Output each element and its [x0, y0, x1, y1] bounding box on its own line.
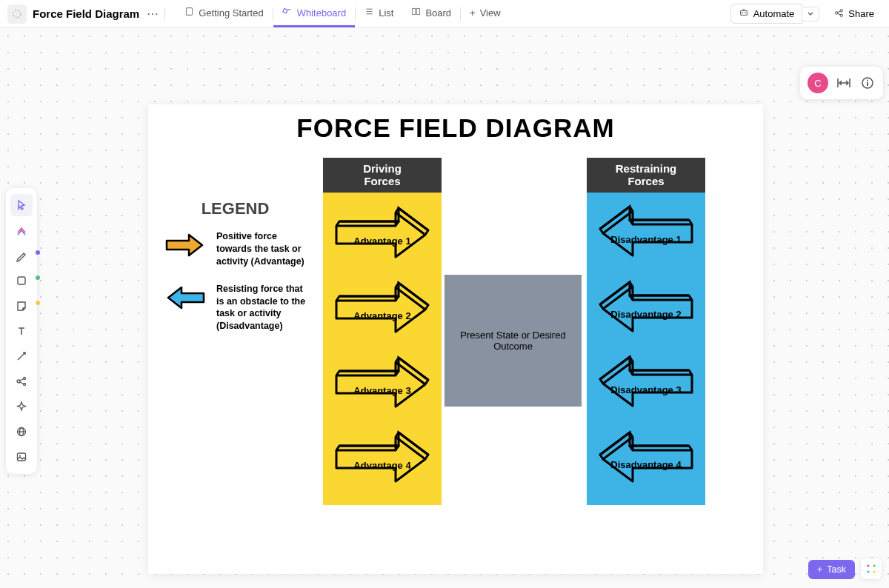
tab-add-view[interactable]: + View	[461, 0, 510, 27]
plus-icon: +	[470, 7, 476, 19]
svg-point-30	[868, 565, 870, 567]
task-button[interactable]: + Task	[808, 560, 855, 579]
more-icon[interactable]: ⋯	[147, 7, 159, 21]
connector-tool[interactable]	[10, 345, 33, 367]
web-tool[interactable]	[10, 421, 33, 443]
collab-panel: C	[800, 67, 883, 99]
note-tool[interactable]	[10, 295, 33, 317]
svg-point-31	[873, 565, 876, 567]
svg-rect-7	[740, 10, 747, 15]
disadvantage-item[interactable]: Disadvantage 2	[591, 278, 701, 344]
svg-rect-25	[18, 453, 26, 461]
tool-indicator-dot	[36, 275, 40, 280]
sparkle-tool[interactable]	[10, 395, 33, 418]
list-tab-icon	[364, 7, 374, 19]
doc-tab-icon	[184, 7, 194, 19]
svg-rect-6	[417, 8, 420, 14]
restraining-column: Restraining Forces Disadvantage 1 Disadv…	[587, 158, 705, 505]
ai-tool[interactable]	[10, 219, 33, 241]
advantage-item[interactable]: Advantage 3	[327, 353, 437, 420]
pen-tool[interactable]	[10, 244, 33, 267]
svg-point-13	[840, 14, 842, 16]
advantage-item[interactable]: Advantage 1	[327, 204, 437, 270]
svg-point-33	[873, 571, 876, 573]
info-icon[interactable]	[859, 75, 876, 91]
board-tab-icon	[411, 7, 421, 19]
legend: LEGEND Positive force towards the task o…	[163, 199, 307, 347]
svg-point-28	[867, 80, 868, 81]
left-toolbar	[6, 188, 37, 474]
svg-rect-1	[187, 8, 193, 16]
svg-point-17	[17, 380, 20, 383]
tab-list[interactable]: List	[356, 0, 402, 27]
image-tool[interactable]	[10, 446, 33, 468]
pointer-tool[interactable]	[10, 194, 33, 216]
robot-icon	[739, 7, 749, 20]
tool-indicator-dot	[36, 301, 40, 305]
svg-rect-5	[413, 8, 416, 14]
svg-line-15	[838, 13, 840, 15]
tool-indicator-dot	[36, 250, 40, 255]
advantage-item[interactable]: Advantage 2	[327, 278, 437, 345]
tab-getting-started[interactable]: Getting Started	[176, 0, 272, 27]
automate-button[interactable]: Automate	[730, 4, 803, 24]
svg-line-21	[20, 382, 24, 384]
apps-button[interactable]	[861, 558, 882, 579]
driving-header: Driving Forces	[323, 158, 442, 193]
svg-point-11	[836, 11, 838, 13]
svg-point-18	[24, 378, 26, 380]
svg-point-8	[742, 13, 743, 14]
svg-line-14	[838, 11, 840, 13]
advantage-item[interactable]: Advantage 4	[327, 428, 437, 495]
tab-board[interactable]: Board	[402, 0, 460, 27]
diagram-title: FORCE FIELD DIAGRAM	[148, 104, 763, 143]
legend-arrow-left-icon	[163, 283, 207, 313]
doc-title[interactable]: Force Field Diagram	[33, 7, 139, 20]
doc-icon[interactable]	[7, 4, 27, 24]
svg-point-12	[840, 9, 842, 11]
legend-title: LEGEND	[163, 199, 307, 218]
legend-arrow-right-icon	[163, 230, 207, 260]
mindmap-tool[interactable]	[10, 370, 33, 392]
automate-dropdown[interactable]	[802, 7, 819, 21]
shape-tool[interactable]	[10, 270, 33, 292]
fit-width-icon[interactable]	[836, 75, 852, 91]
whiteboard-canvas[interactable]: FORCE FIELD DIAGRAM LEGEND Positive forc…	[148, 104, 763, 574]
svg-point-32	[868, 571, 870, 573]
svg-point-0	[13, 10, 21, 18]
svg-point-9	[745, 13, 746, 14]
legend-positive-text: Positive force towards the task or activ…	[216, 230, 307, 268]
disadvantage-item[interactable]: Disadvantage 4	[591, 428, 701, 495]
svg-rect-16	[18, 277, 25, 284]
disadvantage-item[interactable]: Disadvantage 3	[591, 353, 701, 419]
plus-icon: +	[817, 564, 822, 575]
svg-line-20	[20, 379, 24, 381]
whiteboard-tab-icon	[282, 7, 293, 19]
user-avatar[interactable]: C	[808, 73, 828, 93]
svg-point-19	[24, 384, 26, 386]
text-tool[interactable]	[10, 320, 33, 342]
disadvantage-item[interactable]: Disadvantage 1	[591, 202, 701, 269]
share-button[interactable]: Share	[827, 5, 882, 23]
share-icon	[834, 8, 844, 20]
restraining-header: Restraining Forces	[587, 158, 705, 193]
legend-negative-text: Resisting force that is an obstacle to t…	[216, 283, 307, 333]
center-state-box[interactable]: Present State or Desired Outcome	[444, 275, 582, 407]
driving-column: Driving Forces Advantage 1 Advantage 2 A…	[323, 158, 442, 505]
tab-whiteboard[interactable]: Whiteboard	[273, 0, 355, 27]
